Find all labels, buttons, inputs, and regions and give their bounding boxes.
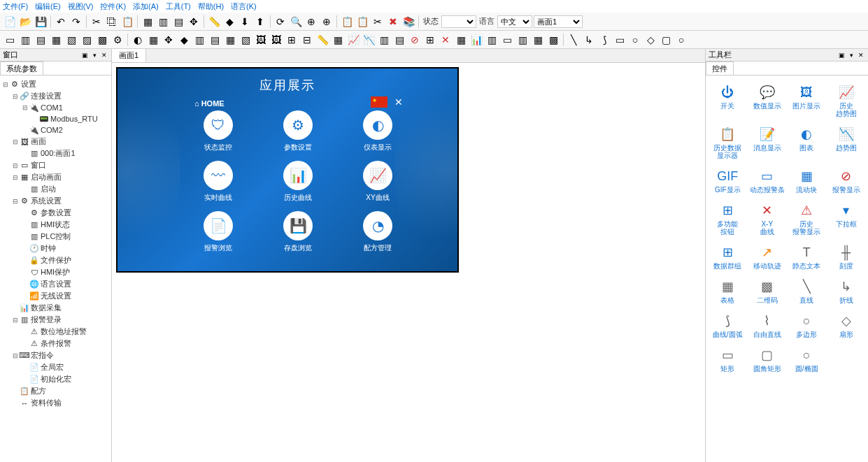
- rect-icon[interactable]: ▭: [613, 33, 627, 47]
- widget-item[interactable]: ↳折线: [827, 275, 866, 307]
- tool-icon[interactable]: 📏: [315, 33, 329, 47]
- close-icon[interactable]: ✕: [857, 51, 865, 59]
- tool-icon[interactable]: ▦: [331, 33, 345, 47]
- tool-icon[interactable]: ◆: [177, 33, 191, 47]
- menu-add[interactable]: 添加(A): [133, 1, 159, 12]
- paste-icon[interactable]: 📋: [120, 15, 134, 29]
- align-icon[interactable]: ▥: [156, 15, 170, 29]
- tool-icon[interactable]: ▭: [3, 33, 17, 47]
- canvas-viewport[interactable]: 应用展示 ⌂ HOME ✕ 🛡状态监控⚙参数设置◐仪表显示〰实时曲线📊历史曲线📈…: [112, 63, 705, 462]
- tree-node[interactable]: 📄全局宏: [1, 361, 110, 373]
- menu-widget[interactable]: 控件(K): [100, 1, 126, 12]
- widget-item[interactable]: ╫刻度: [827, 241, 866, 273]
- order-icon[interactable]: ▤: [171, 15, 185, 29]
- polygon-icon[interactable]: ◇: [643, 33, 657, 47]
- tool-icon[interactable]: ▤: [392, 33, 406, 47]
- dropdown-icon[interactable]: ▾: [847, 51, 855, 59]
- widget-item[interactable]: ▾下拉框: [827, 199, 866, 238]
- paste2-icon[interactable]: 📋: [355, 15, 369, 29]
- tool-icon[interactable]: ◐: [131, 33, 145, 47]
- widget-item[interactable]: ⚠历史报警显示: [788, 199, 826, 238]
- tree-node[interactable]: ▥000:画面1: [1, 147, 110, 159]
- screen-select[interactable]: 画面1: [534, 15, 583, 28]
- hmi-tile[interactable]: 🛡状态监控: [187, 110, 249, 152]
- tool-icon[interactable]: ▤: [208, 33, 222, 47]
- tool-icon[interactable]: ▦: [49, 33, 63, 47]
- widget-item[interactable]: ▦表格: [709, 275, 747, 307]
- hmi-tile[interactable]: 📄报警浏览: [187, 211, 249, 253]
- menu-view[interactable]: 视图(V): [68, 1, 94, 12]
- zoom-fit-icon[interactable]: ⊕: [304, 15, 318, 29]
- tree-node[interactable]: ▥HMI状态: [1, 219, 110, 231]
- expander-icon[interactable]: ⊟: [11, 174, 20, 181]
- undo-icon[interactable]: ↶: [54, 15, 68, 29]
- widget-item[interactable]: ○圆/椭圆: [788, 344, 826, 375]
- tree-node[interactable]: 📋配方: [1, 385, 110, 397]
- qr-icon[interactable]: ▩: [546, 33, 560, 47]
- compile-icon[interactable]: ◆: [222, 15, 236, 29]
- tool-icon[interactable]: ⊞: [423, 33, 437, 47]
- widget-item[interactable]: ▦流动块: [788, 165, 826, 196]
- hmi-tile[interactable]: 📊历史曲线: [267, 161, 329, 203]
- stop-icon[interactable]: ⊘: [408, 33, 422, 47]
- download-icon[interactable]: ⬇: [238, 15, 252, 29]
- tree-node[interactable]: ▥PLC控制: [1, 231, 110, 243]
- zoom-in-icon[interactable]: ⊕: [320, 15, 334, 29]
- delete-icon[interactable]: ✖: [386, 15, 400, 29]
- hmi-tile[interactable]: ◔配方管理: [347, 211, 408, 253]
- tool-icon[interactable]: ▤: [34, 33, 48, 47]
- tree-node[interactable]: ⚠数位地址报警: [1, 326, 110, 338]
- tool-icon[interactable]: ✕: [439, 33, 453, 47]
- tree-node[interactable]: 🛡HMI保护: [1, 266, 110, 278]
- widget-item[interactable]: 📝消息显示: [748, 123, 787, 162]
- tree-node[interactable]: ⊟⚙系统设置: [1, 195, 110, 207]
- widget-item[interactable]: ⏻开关: [709, 81, 747, 120]
- tool-icon[interactable]: ▥: [377, 33, 391, 47]
- gear-icon[interactable]: ⚙: [111, 33, 124, 47]
- library-icon[interactable]: 📚: [401, 15, 415, 29]
- hmi-tile[interactable]: 📈XY曲线: [347, 161, 408, 203]
- menu-tools[interactable]: 工具(T): [166, 1, 191, 12]
- widget-item[interactable]: ✕X-Y曲线: [748, 199, 787, 238]
- tool-icon[interactable]: ▥: [18, 33, 32, 47]
- hmi-tile[interactable]: 〰实时曲线: [187, 161, 249, 203]
- tool-icon[interactable]: ▧: [64, 33, 78, 47]
- tree-node[interactable]: 🔒文件保护: [1, 254, 110, 266]
- tool-icon[interactable]: 🖼: [269, 33, 283, 47]
- tool-icon[interactable]: 📈: [346, 33, 360, 47]
- tree-node[interactable]: 📶无线设置: [1, 290, 110, 302]
- upload-icon[interactable]: ⬆: [253, 15, 267, 29]
- tool-icon[interactable]: ▨: [80, 33, 94, 47]
- widget-item[interactable]: GIFGIF显示: [709, 165, 747, 196]
- tree-node[interactable]: 🔌COM2: [1, 124, 110, 136]
- pin-icon[interactable]: ▣: [837, 51, 846, 59]
- tool-icon[interactable]: ▦: [531, 33, 545, 47]
- tree-node[interactable]: ⊟▦启动画面: [1, 171, 110, 183]
- tool-icon[interactable]: ▦: [146, 33, 160, 47]
- project-tree[interactable]: ⊟⚙设置⊟🔗连接设置⊟🔌COM1📟Modbus_RTU🔌COM2⊟🖼画面▥000…: [0, 75, 111, 462]
- widget-item[interactable]: ◇扇形: [827, 310, 866, 341]
- widget-item[interactable]: ▭动态报警条: [748, 165, 787, 196]
- tool-icon[interactable]: ✥: [162, 33, 176, 47]
- new-icon[interactable]: 📄: [3, 15, 17, 29]
- lang-select[interactable]: 中文: [497, 15, 532, 28]
- refresh-icon[interactable]: ⟳: [273, 15, 287, 29]
- hmi-tile[interactable]: ◐仪表显示: [347, 110, 408, 152]
- widget-item[interactable]: ⊞数据群组: [709, 241, 747, 273]
- tool-icon[interactable]: ▦: [223, 33, 237, 47]
- menu-language[interactable]: 语言(K): [231, 1, 257, 12]
- circle-icon[interactable]: ○: [628, 33, 642, 47]
- hmi-screen[interactable]: 应用展示 ⌂ HOME ✕ 🛡状态监控⚙参数设置◐仪表显示〰实时曲线📊历史曲线📈…: [116, 67, 459, 273]
- tool-icon[interactable]: ⊞: [285, 33, 299, 47]
- tool-icon[interactable]: ▦: [454, 33, 468, 47]
- curve-icon[interactable]: ⟆: [597, 33, 611, 47]
- hmi-tile[interactable]: ⚙参数设置: [267, 110, 329, 152]
- tab-system-params[interactable]: 系统参数: [0, 62, 43, 75]
- tree-node[interactable]: 🌐语言设置: [1, 278, 110, 290]
- tool-icon[interactable]: ▥: [515, 33, 529, 47]
- tree-node[interactable]: ⊟⚙设置: [1, 78, 110, 90]
- tree-node[interactable]: ⊟⌨宏指令: [1, 349, 110, 361]
- widget-item[interactable]: 📋历史数据显示器: [709, 123, 747, 162]
- tree-node[interactable]: ⊟🖼画面: [1, 136, 110, 147]
- widget-item[interactable]: ○多边形: [788, 310, 826, 341]
